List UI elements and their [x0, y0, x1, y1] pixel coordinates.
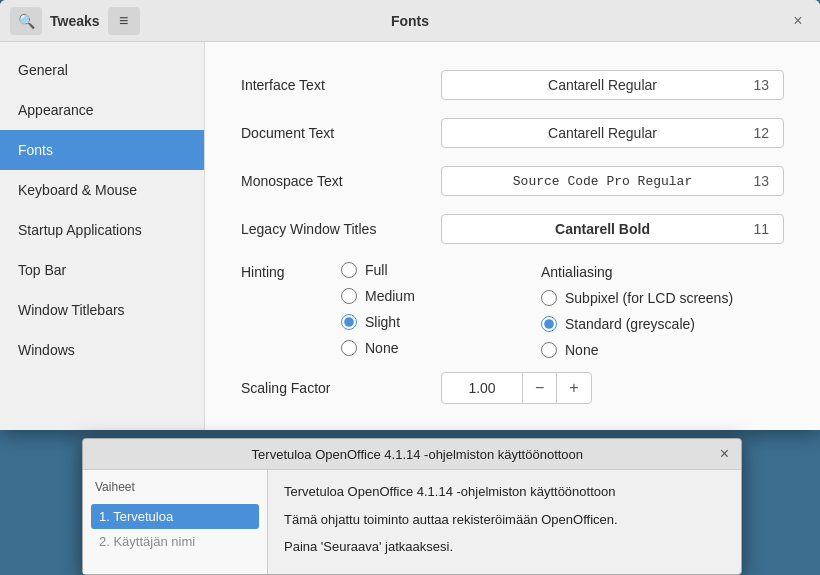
oo-sidebar: Vaiheet 1. Tervetuloa 2. Käyttäjän nimi: [83, 470, 268, 574]
document-text-font: Cantarell Regular: [456, 125, 749, 141]
hinting-slight-radio[interactable]: [341, 314, 357, 330]
scaling-label: Scaling Factor: [241, 380, 441, 396]
document-text-size: 12: [749, 125, 769, 141]
menu-icon: ≡: [119, 12, 128, 30]
oo-sidebar-header: Vaiheet: [91, 478, 259, 496]
hinting-medium-label: Medium: [365, 288, 415, 304]
close-icon: ×: [793, 12, 802, 30]
antialiasing-none-label: None: [565, 342, 598, 358]
sidebar-item-keyboard-mouse[interactable]: Keyboard & Mouse: [0, 170, 204, 210]
legacy-window-label: Legacy Window Titles: [241, 221, 441, 237]
hinting-full[interactable]: Full: [341, 262, 501, 278]
title-bar: 🔍 Tweaks ≡ Fonts ×: [0, 0, 820, 42]
antialiasing-section: Antialiasing Subpixel (for LCD screens) …: [541, 262, 733, 358]
hinting-slight-label: Slight: [365, 314, 400, 330]
oo-sidebar-label-tervetuloa: 1. Tervetuloa: [99, 509, 173, 524]
search-button[interactable]: 🔍: [10, 7, 42, 35]
main-content: Interface Text Cantarell Regular 13 Docu…: [205, 42, 820, 430]
antialiasing-standard[interactable]: Standard (greyscale): [541, 316, 733, 332]
oo-sidebar-label-kayttaja: 2. Käyttäjän nimi: [99, 534, 195, 549]
title-bar-left: 🔍 Tweaks ≡: [10, 7, 140, 35]
antialiasing-standard-label: Standard (greyscale): [565, 316, 695, 332]
sidebar-item-top-bar[interactable]: Top Bar: [0, 250, 204, 290]
scaling-control: 1.00 − +: [441, 372, 592, 404]
legacy-window-button[interactable]: Cantarell Bold 11: [441, 214, 784, 244]
sidebar-label-startup-applications: Startup Applications: [18, 222, 142, 238]
close-button[interactable]: ×: [786, 9, 810, 33]
antialiasing-none-radio[interactable]: [541, 342, 557, 358]
openoffice-dialog: Tervetuloa OpenOffice 4.1.14 -ohjelmisto…: [82, 438, 742, 575]
interface-text-button[interactable]: Cantarell Regular 13: [441, 70, 784, 100]
panel-title: Fonts: [391, 13, 429, 29]
sidebar-label-appearance: Appearance: [18, 102, 94, 118]
hinting-full-label: Full: [365, 262, 388, 278]
oo-close-icon: ×: [720, 445, 729, 462]
oo-dialog-body: Vaiheet 1. Tervetuloa 2. Käyttäjän nimi …: [83, 470, 741, 574]
oo-line-2: Tämä ohjattu toiminto auttaa rekisteröim…: [284, 510, 725, 530]
menu-button[interactable]: ≡: [108, 7, 140, 35]
antialiasing-group: Subpixel (for LCD screens) Standard (gre…: [541, 290, 733, 358]
sidebar-label-windows: Windows: [18, 342, 75, 358]
interface-text-row: Interface Text Cantarell Regular 13: [241, 70, 784, 100]
hinting-none[interactable]: None: [341, 340, 501, 356]
legacy-window-row: Legacy Window Titles Cantarell Bold 11: [241, 214, 784, 244]
oo-dialog-content: Tervetuloa OpenOffice 4.1.14 -ohjelmisto…: [268, 470, 741, 574]
oo-line-3: Paina 'Seuraava' jatkaaksesi.: [284, 537, 725, 557]
scaling-increase-button[interactable]: +: [556, 373, 590, 403]
monospace-text-font: Source Code Pro Regular: [456, 174, 749, 189]
antialiasing-subpixel-label: Subpixel (for LCD screens): [565, 290, 733, 306]
antialiasing-subpixel-radio[interactable]: [541, 290, 557, 306]
sidebar: General Appearance Fonts Keyboard & Mous…: [0, 42, 205, 430]
document-text-button[interactable]: Cantarell Regular 12: [441, 118, 784, 148]
interface-text-font: Cantarell Regular: [456, 77, 749, 93]
hinting-medium-radio[interactable]: [341, 288, 357, 304]
sidebar-item-general[interactable]: General: [0, 50, 204, 90]
antialiasing-standard-radio[interactable]: [541, 316, 557, 332]
legacy-window-size: 11: [749, 221, 769, 237]
scaling-row: Scaling Factor 1.00 − +: [241, 372, 784, 404]
antialiasing-label: Antialiasing: [541, 262, 641, 280]
monospace-text-size: 13: [749, 173, 769, 189]
plus-icon: +: [569, 379, 578, 396]
hinting-group: Full Medium Slight None: [341, 262, 501, 356]
monospace-text-button[interactable]: Source Code Pro Regular 13: [441, 166, 784, 196]
interface-text-size: 13: [749, 77, 769, 93]
legacy-window-font: Cantarell Bold: [456, 221, 749, 237]
sidebar-item-appearance[interactable]: Appearance: [0, 90, 204, 130]
hinting-none-label: None: [365, 340, 398, 356]
oo-line-1: Tervetuloa OpenOffice 4.1.14 -ohjelmisto…: [284, 482, 725, 502]
oo-title-bar: Tervetuloa OpenOffice 4.1.14 -ohjelmisto…: [83, 439, 741, 470]
sidebar-label-general: General: [18, 62, 68, 78]
monospace-text-row: Monospace Text Source Code Pro Regular 1…: [241, 166, 784, 196]
interface-text-label: Interface Text: [241, 77, 441, 93]
minus-icon: −: [535, 379, 544, 396]
sidebar-item-windows[interactable]: Windows: [0, 330, 204, 370]
sidebar-label-keyboard-mouse: Keyboard & Mouse: [18, 182, 137, 198]
app-title: Tweaks: [50, 13, 100, 29]
sidebar-item-fonts[interactable]: Fonts: [0, 130, 204, 170]
antialiasing-none[interactable]: None: [541, 342, 733, 358]
sidebar-item-window-titlebars[interactable]: Window Titlebars: [0, 290, 204, 330]
hinting-label: Hinting: [241, 262, 341, 280]
hinting-none-radio[interactable]: [341, 340, 357, 356]
antialiasing-subpixel[interactable]: Subpixel (for LCD screens): [541, 290, 733, 306]
scaling-decrease-button[interactable]: −: [522, 373, 556, 403]
oo-dialog-title: Tervetuloa OpenOffice 4.1.14 -ohjelmisto…: [115, 447, 720, 462]
tweaks-window: 🔍 Tweaks ≡ Fonts × General Appearance Fo…: [0, 0, 820, 430]
hinting-full-radio[interactable]: [341, 262, 357, 278]
hinting-medium[interactable]: Medium: [341, 288, 501, 304]
scaling-value: 1.00: [442, 374, 522, 402]
oo-sidebar-item-tervetuloa[interactable]: 1. Tervetuloa: [91, 504, 259, 529]
sidebar-label-top-bar: Top Bar: [18, 262, 66, 278]
oo-close-button[interactable]: ×: [720, 445, 729, 463]
hinting-slight[interactable]: Slight: [341, 314, 501, 330]
document-text-row: Document Text Cantarell Regular 12: [241, 118, 784, 148]
document-text-label: Document Text: [241, 125, 441, 141]
sidebar-item-startup-applications[interactable]: Startup Applications: [0, 210, 204, 250]
monospace-text-label: Monospace Text: [241, 173, 441, 189]
search-icon: 🔍: [18, 13, 35, 29]
window-body: General Appearance Fonts Keyboard & Mous…: [0, 42, 820, 430]
sidebar-label-fonts: Fonts: [18, 142, 53, 158]
sidebar-label-window-titlebars: Window Titlebars: [18, 302, 125, 318]
oo-sidebar-item-kayttaja[interactable]: 2. Käyttäjän nimi: [91, 529, 259, 554]
